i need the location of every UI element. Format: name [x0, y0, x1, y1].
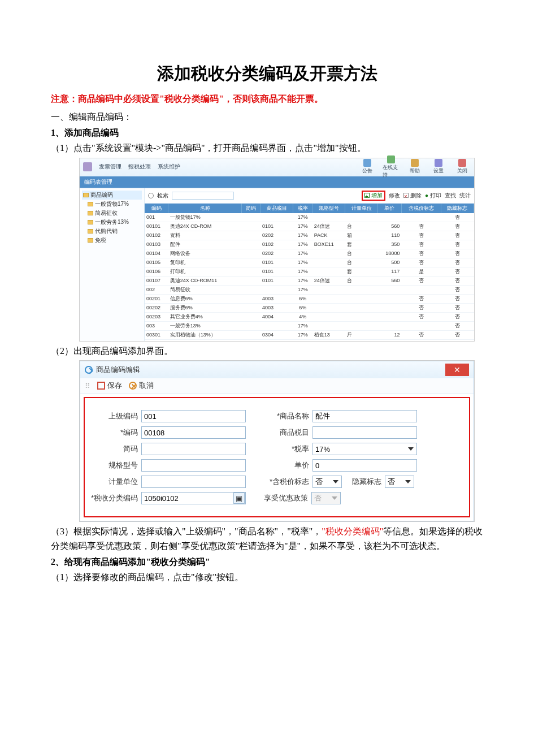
table-row[interactable]: 004代购代销17%否 — [145, 339, 474, 341]
tree-root[interactable]: 商品编码 — [82, 191, 142, 200]
label-price: 单价 — [262, 460, 312, 470]
unit-field[interactable] — [141, 476, 246, 488]
label-rate: *税率 — [262, 444, 312, 454]
section-1: 一、编辑商品编码： — [51, 110, 483, 124]
chevron-down-icon[interactable] — [408, 447, 414, 451]
search-input[interactable] — [172, 192, 234, 200]
tax-class-code-field[interactable] — [141, 492, 246, 504]
save-icon — [97, 382, 105, 390]
table-row[interactable]: 00102资料020217%PACK箱110否否 — [145, 231, 474, 240]
form-area: 上级编码 *商品名称 *编码 商品税目 简码 *税率 — [84, 397, 470, 517]
delete-button[interactable]: ×删除 — [403, 192, 422, 200]
table-row[interactable]: 003一般劳务13%17%否 — [145, 321, 474, 330]
warning-text: 注意：商品编码中必须设置"税收分类编码"，否则该商品不能开票。 — [51, 93, 483, 105]
table-row[interactable]: 00301实用植物油（13%）030417%植食13斤12否否 — [145, 330, 474, 339]
short-code-field[interactable] — [141, 443, 246, 455]
screenshot-product-list: 发票管理 报税处理 系统维护 公告 在线支持 帮助 设置 关闭 编码表管理 商品… — [79, 158, 475, 342]
table-row[interactable]: 00106打印机010117%套117是否 — [145, 267, 474, 276]
tree-item-1[interactable]: 简易征收 — [82, 209, 142, 218]
tree-item-0[interactable]: 一般货物17% — [82, 200, 142, 209]
doc-title: 添加税收分类编码及开票方法 — [51, 62, 483, 85]
tree-item-4[interactable]: 免税 — [82, 236, 142, 245]
save-button[interactable]: 保存 — [97, 381, 122, 391]
screenshot-edit-dialog: 商品编码编辑 ✕ ⠿ 保存 取消 上级编码 *商品名称 *编码 — [79, 360, 475, 522]
table-row[interactable]: 00103配件010217%BOXE11套350否否 — [145, 240, 474, 249]
label-prefer: 享受优惠政策 — [261, 493, 311, 503]
search-label: 检索 — [157, 192, 168, 200]
topbtn-settings[interactable]: 设置 — [430, 159, 447, 175]
table-row[interactable]: 002简易征收17%否 — [145, 285, 474, 294]
query-button[interactable]: 查找 — [445, 192, 456, 200]
topbtn-close[interactable]: 关闭 — [454, 159, 471, 175]
label-short: 简码 — [90, 444, 141, 454]
topbtn-help[interactable]: 帮助 — [406, 159, 423, 175]
picker-icon[interactable]: ▣ — [233, 493, 245, 504]
table-row[interactable]: 00101奥迪24X CD-ROM010117%24倍速台560否否 — [145, 222, 474, 231]
stat-button[interactable]: 统计 — [459, 192, 471, 200]
price-field[interactable] — [312, 459, 417, 472]
label-name: *商品名称 — [262, 411, 312, 421]
table-row[interactable]: 00203其它业务费4%40044%否否 — [145, 312, 474, 321]
cancel-button[interactable]: 取消 — [129, 381, 154, 391]
table-header: 名称 — [168, 204, 241, 213]
step-2-1: （1）选择要修改的商品编码，点击"修改"按钮。 — [51, 570, 483, 585]
cancel-icon — [129, 382, 137, 390]
app-topbar: 发票管理 报税处理 系统维护 公告 在线支持 帮助 设置 关闭 — [80, 158, 474, 176]
table-row[interactable]: 00202服务费6%40036%否否 — [145, 303, 474, 312]
app-icon — [83, 162, 92, 171]
table-header: 单价 — [378, 204, 402, 213]
close-icon[interactable]: ✕ — [445, 364, 469, 376]
table-header: 计量单位 — [345, 204, 378, 213]
table-row[interactable]: 001一般货物17%17%否 — [145, 213, 474, 222]
panel-title: 编码表管理 — [80, 176, 474, 188]
chevron-down-icon[interactable] — [333, 480, 338, 483]
chevron-down-icon[interactable] — [405, 480, 411, 483]
parent-code-field[interactable] — [141, 410, 246, 422]
label-parent: 上级编码 — [90, 411, 141, 421]
step-2: （2）出现商品编码添加界面。 — [51, 344, 483, 358]
print-button[interactable]: ●打印 — [425, 192, 441, 200]
product-table: 编码名称简码商品税目税率规格型号计量单位单价含税价标志隐藏标志 001一般货物1… — [145, 204, 474, 341]
table-header: 隐藏标志 — [441, 204, 474, 213]
table-row[interactable]: 00107奥迪24X CD-ROM11010117%24倍速台560否否 — [145, 276, 474, 285]
menu-tax[interactable]: 报税处理 — [128, 163, 151, 171]
menu-invoice[interactable]: 发票管理 — [99, 163, 121, 171]
table-header: 简码 — [241, 204, 261, 213]
product-name-field[interactable] — [312, 410, 417, 422]
label-taxflag: *含税价标志 — [262, 477, 312, 487]
step-1: （1）点击"系统设置"模块->"商品编码"，打开商品编码界面，点击"增加"按钮。 — [51, 141, 483, 155]
table-row[interactable]: 00201信息费6%40036%否否 — [145, 294, 474, 303]
tree-item-2[interactable]: 一般劳务13% — [82, 218, 142, 227]
table-row[interactable]: 00104网络设备020217%台18000否否 — [145, 249, 474, 258]
table-header: 商品税目 — [261, 204, 293, 213]
spec-field[interactable] — [141, 459, 246, 472]
step-3: （3）根据实际情况，选择或输入"上级编码"，"商品名称"，"税率"，"税收分类编… — [51, 524, 483, 553]
add-button[interactable]: +增加 — [362, 191, 385, 201]
edit-icon — [85, 366, 93, 374]
table-header: 税率 — [293, 204, 312, 213]
table-header: 编码 — [145, 204, 168, 213]
search-icon — [148, 193, 154, 198]
label-classcode: *税收分类编码 — [90, 493, 141, 503]
menu-system[interactable]: 系统维护 — [158, 163, 180, 171]
topbtn-online[interactable]: 在线支持 — [383, 155, 400, 179]
sidebar-tree: 商品编码 一般货物17% 简易征收 一般劳务13% 代购代销 免税 — [80, 188, 145, 341]
section-1-2: 2、给现有商品编码添加"税收分类编码" — [51, 555, 483, 569]
tax-item-field[interactable] — [312, 426, 417, 439]
edit-button[interactable]: 修改 — [389, 192, 400, 200]
label-taxitem: 商品税目 — [262, 427, 312, 438]
code-field[interactable] — [141, 426, 246, 439]
topbtn-notice[interactable]: 公告 — [359, 159, 376, 175]
label-hideflag: 隐藏标志 — [349, 477, 385, 487]
table-header: 含税价标志 — [401, 204, 441, 213]
tree-item-3[interactable]: 代购代销 — [82, 227, 142, 236]
table-header: 规格型号 — [312, 204, 345, 213]
dialog-toolbar: ⠿ 保存 取消 — [80, 378, 474, 394]
list-toolbar: 检索 +增加 修改 ×删除 ●打印 查找 统计 — [145, 188, 474, 204]
label-code: *编码 — [90, 427, 141, 438]
tax-rate-select[interactable] — [312, 443, 417, 455]
chevron-down-icon — [332, 496, 337, 500]
label-unit: 计量单位 — [90, 477, 141, 487]
table-row[interactable]: 00105复印机010117%台500否否 — [145, 258, 474, 267]
dialog-titlebar: 商品编码编辑 ✕ — [80, 361, 474, 378]
